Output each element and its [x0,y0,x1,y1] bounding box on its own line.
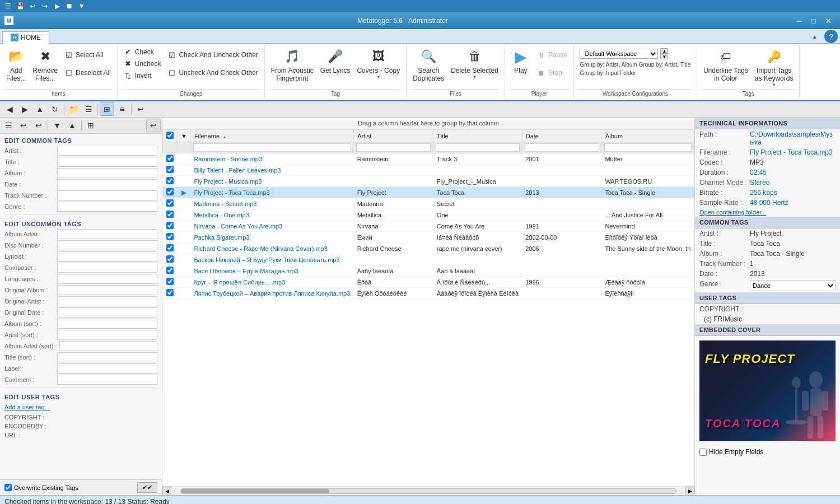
row-filename[interactable]: Вася Обломов – Еду в Магадан.mp3 [190,265,353,277]
add-user-tag-link[interactable]: Add a user tag... [0,402,162,413]
scroll-thumb[interactable] [181,489,329,493]
artist-input[interactable] [57,146,157,156]
table-row[interactable]: Billy Talent - Fallen Leaves.mp3 [163,165,694,176]
row-check-col[interactable] [163,221,178,232]
table-row[interactable]: Richard Cheese - Rape Me (Nirvana Cover)… [163,243,694,254]
original-date-input[interactable] [57,307,157,318]
nav-view1-btn[interactable]: ⊞ [100,102,114,116]
row-checkbox[interactable] [166,289,174,296]
get-lyrics-button[interactable]: 🎤 Get Lyrics [318,46,353,82]
table-row[interactable]: Fly Project - Musica.mp3 Fly_Project_-_M… [163,176,694,187]
row-checkbox[interactable] [166,244,174,251]
nav-forward-btn[interactable]: ▶ [17,102,32,116]
row-checkbox[interactable] [166,278,174,285]
row-check-col[interactable] [163,153,178,165]
close-button[interactable]: ✕ [821,13,836,28]
row-filename[interactable]: Rammstein - Sonne.mp3 [190,153,353,165]
row-check-col[interactable] [163,277,178,288]
row-checkbox[interactable] [166,155,174,162]
row-checkbox[interactable] [166,188,174,195]
genre-input[interactable] [57,202,157,212]
import-tags-button[interactable]: 🔑 Import Tagsas Keywords ▼ [752,46,796,89]
delete-selected-button[interactable]: 🗑 Delete Selected ▼ [448,46,501,81]
nav-undo-btn[interactable]: ↩ [133,102,148,116]
row-filename[interactable]: Басков Николай – Я Буду Руки Твои Целова… [190,254,353,265]
rp-genre-select[interactable]: Dance [750,280,836,291]
table-row[interactable]: ▶ Fly Project - Toca Toca.mp3 Fly Projec… [163,187,694,198]
maximize-button[interactable]: □ [806,13,821,28]
workspace-select[interactable]: Default Workspace [580,49,658,59]
artist-sort-input[interactable] [57,330,157,340]
uncheck-check-other-button[interactable]: ☐ Uncheck And Check Other [165,67,260,78]
table-row[interactable]: Вася Обломов – Еду в Магадан.mp3 Àáñy Íä… [163,265,694,277]
table-row[interactable]: Ляпис Трубецкой – Авария против Ляписа К… [163,288,694,299]
row-check-col[interactable] [163,254,178,265]
table-row[interactable]: Nirvana - Come As You Are.mp3 Nirvana Co… [163,221,694,232]
select-all-button[interactable]: ☑ Select All [62,49,114,60]
lp-btn-6[interactable]: ⊞ [83,119,98,132]
row-check-col[interactable] [163,265,178,277]
stop-button[interactable]: ⏹ Stop [534,67,570,78]
original-album-input[interactable] [57,285,157,295]
lp-btn-2[interactable]: ↩ [16,119,31,132]
filter-title-input[interactable] [436,143,519,152]
col-title[interactable]: Title [433,130,522,142]
row-checkbox[interactable] [166,199,174,207]
col-filter[interactable]: ▼ [178,130,191,142]
row-check-col[interactable] [163,288,178,299]
row-filename[interactable]: Richard Cheese - Rape Me (Nirvana Cover)… [190,243,353,254]
album-artist-input[interactable] [57,229,157,239]
from-acoustic-button[interactable]: 🎵 From AcousticFingerprint [268,46,316,84]
row-check-col[interactable] [163,165,178,176]
lyricist-input[interactable] [57,251,157,262]
row-checkbox[interactable] [166,222,174,229]
row-checkbox[interactable] [166,177,174,184]
hide-empty-checkbox[interactable] [699,449,707,456]
table-row[interactable]: Pachka Sigaret.mp3 Ёжий Iâ=éà Ñéàäðóõ 20… [163,232,694,243]
row-checkbox[interactable] [166,166,174,173]
nav-back-btn[interactable]: ◀ [2,102,17,116]
comment-input[interactable] [57,375,157,385]
row-check-col[interactable] [163,187,178,198]
play-button[interactable]: ▶ Play [508,46,533,82]
row-filename[interactable]: Fly Project - Musica.mp3 [190,176,353,187]
pause-button[interactable]: ⏸ Pause [534,49,570,60]
row-checkbox[interactable] [166,211,174,218]
scroll-right-btn[interactable]: ▶ [685,487,694,496]
nav-folder-btn[interactable]: 📁 [66,102,81,116]
title-sort-input[interactable] [57,352,157,362]
row-checkbox[interactable] [166,267,174,274]
undo-btn[interactable]: ↩ [27,1,38,11]
row-filename[interactable]: Ляпис Трубецкой – Авария против Ляписа К… [190,288,353,299]
scroll-left-btn[interactable]: ◀ [162,487,171,496]
open-folder-link[interactable]: Open containing folder... [695,208,840,217]
check-button[interactable]: ✔ Check [121,46,164,58]
nav-up-btn[interactable]: ▲ [32,102,47,116]
table-row[interactable]: Rammstein - Sonne.mp3 Rammstein Track 3 … [163,153,694,165]
album-input[interactable] [57,168,157,178]
filter-artist-input[interactable] [356,143,431,152]
original-artist-input[interactable] [57,296,157,306]
filter-filename-input[interactable] [193,143,351,152]
qa-dropdown[interactable]: ▼ [76,1,87,11]
table-row[interactable]: Басков Николай – Я Буду Руки Твои Целова… [163,254,694,265]
add-files-button[interactable]: 📂 AddFiles... [3,46,29,84]
row-check-col[interactable] [163,243,178,254]
table-row[interactable]: Круг – Я прошёл Сибирь... .mp3 Ëðóã Â ïð… [163,277,694,288]
row-filename[interactable]: Nirvana - Come As You Are.mp3 [190,221,353,232]
lp-undo-btn[interactable]: ↩ [146,119,161,132]
row-filename[interactable]: Pachka Sigaret.mp3 [190,232,353,243]
save-btn[interactable]: 💾 [15,1,26,11]
languages-input[interactable] [57,274,157,284]
redo-btn[interactable]: ↪ [39,1,50,11]
disc-number-input[interactable] [57,240,157,250]
workspace-scroll-down[interactable]: ▼ [660,54,668,59]
overwrite-checkbox[interactable] [4,484,12,491]
play-qa-btn[interactable]: ▶ [52,1,63,11]
tab-home[interactable]: H HOME [2,31,49,44]
row-checkbox[interactable] [166,233,174,240]
col-date[interactable]: Date [522,130,601,142]
row-checkbox[interactable] [166,255,174,263]
underline-tags-button[interactable]: 🏷 Underline Tagsin Color [701,46,751,84]
row-filename[interactable]: Круг – Я прошёл Сибирь... .mp3 [190,277,353,288]
